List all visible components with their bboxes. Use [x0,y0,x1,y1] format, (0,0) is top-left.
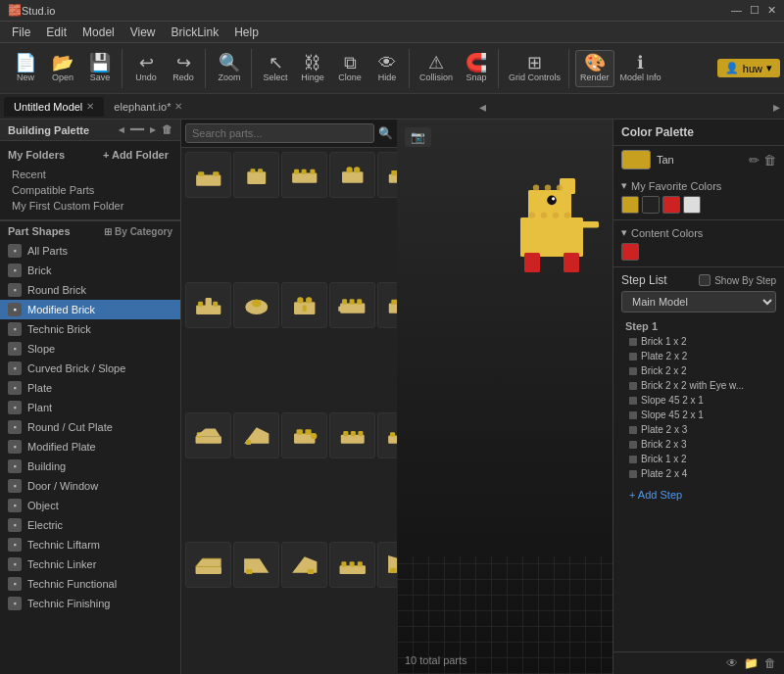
part-cell[interactable] [329,542,375,588]
part-cell[interactable] [377,152,397,198]
hide-button[interactable]: 👁Hide [369,50,405,87]
shape-item-technic-functional[interactable]: ▪Technic Functional [0,574,180,594]
fav-collapse-icon[interactable]: ▾ [621,179,627,192]
step-row[interactable]: Plate 2 x 3 [621,422,776,437]
part-cell[interactable] [329,412,375,458]
step-row[interactable]: Brick 2 x 2 [621,363,776,378]
camera-icon[interactable]: 📷 [405,127,431,147]
hinge-button[interactable]: ⛓Hinge [295,50,330,87]
folder-icon[interactable]: 📁 [744,656,759,670]
shape-item-modified-plate[interactable]: ▪Modified Plate [0,437,180,457]
content-collapse-icon[interactable]: ▾ [621,226,627,239]
shape-item-building[interactable]: ▪Building [0,457,180,476]
add-step-button[interactable]: + Add Step [621,485,776,505]
palette-nav-right[interactable]: ▸ [150,123,156,136]
part-cell[interactable] [377,542,397,588]
menu-file[interactable]: File [4,24,38,41]
folder-recent[interactable]: Recent [8,167,172,182]
snap-button[interactable]: 🧲Snap [459,50,494,87]
part-cell[interactable] [233,282,279,328]
folder-compatible[interactable]: Compatible Parts [8,182,172,198]
show-by-step-checkbox[interactable] [699,274,710,286]
viewport[interactable]: 10 total parts 📷 Stop [397,120,612,674]
part-cell[interactable] [185,542,231,588]
step-row[interactable]: Brick 2 x 3 [621,437,776,452]
shape-item-plate[interactable]: ▪Plate [0,378,180,398]
close-button[interactable]: ✕ [767,4,776,17]
palette-delete-icon[interactable]: 🗑 [162,123,172,136]
part-cell[interactable] [281,282,327,328]
by-category-button[interactable]: ⊞ By Category [104,226,172,237]
tab-arrow-right[interactable]: ▸ [773,99,780,115]
grid-controls-button[interactable]: ⊞Grid Controls [505,50,564,87]
step-row[interactable]: Plate 2 x 2 [621,349,776,363]
content-swatch-red[interactable] [621,243,639,261]
render-button[interactable]: 🎨Render [575,50,614,87]
delete-color-button[interactable]: 🗑 [763,153,776,168]
step-row[interactable]: Brick 1 x 2 [621,452,776,466]
tab-arrow-left[interactable]: ◂ [479,99,486,115]
palette-nav-left[interactable]: ◂ [119,123,124,136]
user-menu[interactable]: 👤 huw ▾ [717,59,780,77]
shape-item-technic-finishing[interactable]: ▪Technic Finishing [0,594,180,613]
color-swatch-tan[interactable] [621,196,639,214]
step-row[interactable]: Slope 45 2 x 1 [621,408,776,422]
menu-bricklink[interactable]: BrickLink [164,24,227,41]
step-row[interactable]: Brick 1 x 2 [621,334,776,349]
current-color-swatch[interactable] [621,150,651,169]
new-button[interactable]: 📄New [8,50,43,87]
shape-item-slope[interactable]: ▪Slope [0,339,180,359]
search-input[interactable] [185,123,374,143]
collision-button[interactable]: ⚠Collision [416,50,457,87]
open-button[interactable]: 📂Open [45,50,80,87]
zoom-button[interactable]: 🔍Zoom [212,50,247,87]
part-cell[interactable] [281,152,327,198]
part-cell[interactable] [377,282,397,328]
shape-item-plant[interactable]: ▪Plant [0,398,180,417]
model-select[interactable]: Main Model [621,291,776,313]
step-row[interactable]: Brick 2 x 2 with Eye w... [621,378,776,393]
color-swatch-black[interactable] [642,196,660,214]
part-cell[interactable] [329,282,375,328]
maximize-button[interactable]: ☐ [750,4,760,17]
shape-item-technic-brick[interactable]: ▪Technic Brick [0,319,180,339]
redo-button[interactable]: ↪Redo [166,50,201,87]
shape-item-all-parts[interactable]: ▪All Parts [0,241,180,261]
save-button[interactable]: 💾Save [82,50,118,87]
shape-item-round---cut-plate[interactable]: ▪Round / Cut Plate [0,417,180,437]
shape-item-technic-liftarm[interactable]: ▪Technic Liftarm [0,535,180,554]
shape-item-brick[interactable]: ▪Brick [0,261,180,280]
shape-item-technic-linker[interactable]: ▪Technic Linker [0,554,180,574]
part-cell[interactable] [281,542,327,588]
tab-close-icon[interactable]: ✕ [86,101,94,112]
part-cell[interactable] [233,542,279,588]
part-cell[interactable] [185,282,231,328]
visibility-icon[interactable]: 👁 [726,656,738,670]
step-row[interactable]: Plate 2 x 4 [621,466,776,481]
shape-item-door---window[interactable]: ▪Door / Window [0,476,180,496]
shape-item-electric[interactable]: ▪Electric [0,515,180,535]
part-cell[interactable] [185,412,231,458]
part-cell[interactable] [281,412,327,458]
color-swatch-red[interactable] [662,196,680,214]
undo-button[interactable]: ↩Undo [128,50,164,87]
shape-item-modified-brick[interactable]: ▪Modified Brick [0,300,180,319]
shape-item-object[interactable]: ▪Object [0,496,180,515]
shape-item-round-brick[interactable]: ▪Round Brick [0,280,180,300]
menu-edit[interactable]: Edit [38,24,74,41]
menu-model[interactable]: Model [74,24,122,41]
tab-untitled-model[interactable]: Untitled Model ✕ [4,97,104,117]
minimize-button[interactable]: — [731,4,742,17]
part-cell[interactable] [185,152,231,198]
shape-item-curved-brick---slope[interactable]: ▪Curved Brick / Slope [0,359,180,378]
add-folder-button[interactable]: + Add Folder [99,147,172,163]
color-swatch-white[interactable] [683,196,701,214]
model-info-button[interactable]: ℹModel Info [616,50,665,87]
part-cell[interactable] [233,412,279,458]
select-button[interactable]: ↖Select [258,50,293,87]
menu-view[interactable]: View [122,24,164,41]
part-cell[interactable] [329,152,375,198]
step-row[interactable]: Slope 45 2 x 1 [621,393,776,408]
folder-custom[interactable]: My First Custom Folder [8,198,172,214]
tab-elephant[interactable]: elephant.io* ✕ [104,97,192,117]
